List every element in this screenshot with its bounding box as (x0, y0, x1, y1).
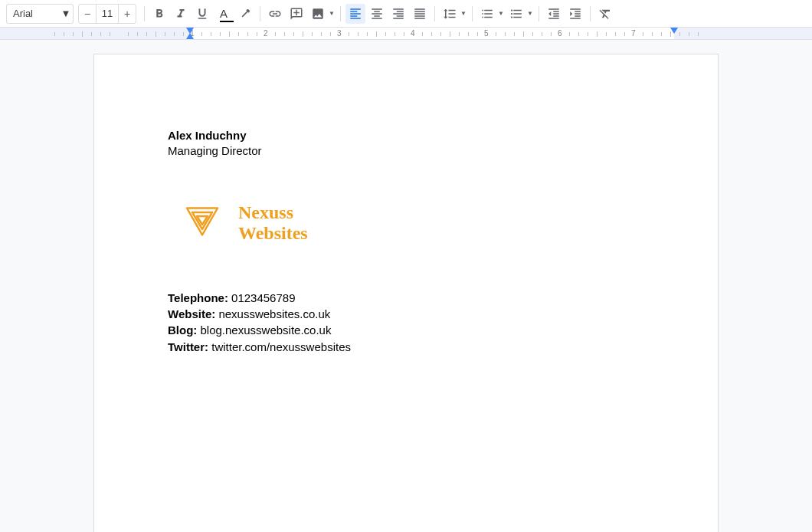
right-indent-marker[interactable] (670, 28, 678, 34)
twitter-label: Twitter: (168, 340, 208, 353)
font-name: Arial (13, 8, 33, 19)
align-center-button[interactable] (367, 4, 387, 24)
increase-font-button[interactable]: + (119, 5, 136, 23)
decrease-indent-button[interactable] (544, 4, 564, 24)
twitter-value: twitter.com/nexusswebsites (211, 340, 351, 353)
toolbar: Arial ▼ − + A ▼ ▼ ▼ ▼ (0, 0, 812, 28)
signature-name: Alex Induchny (168, 129, 247, 142)
chevron-down-icon[interactable]: ▼ (526, 10, 534, 17)
font-size-input[interactable] (96, 5, 119, 23)
document-area: Alex Induchny Managing Director Nexuss W (0, 40, 812, 532)
chevron-down-icon[interactable]: ▼ (460, 10, 467, 17)
insert-image-button[interactable] (308, 4, 328, 24)
ruler: 1234567 (0, 28, 812, 40)
separator (434, 6, 435, 21)
logo-line2: Websites (238, 223, 308, 245)
increase-indent-button[interactable] (565, 4, 585, 24)
align-left-button[interactable] (345, 4, 365, 24)
bold-button[interactable] (149, 4, 169, 24)
italic-button[interactable] (171, 4, 191, 24)
telephone-label: Telephone: (168, 291, 228, 304)
separator (144, 6, 145, 21)
highlight-button[interactable] (235, 4, 255, 24)
blog-label: Blog: (168, 323, 197, 337)
separator (472, 6, 473, 21)
separator (260, 6, 260, 21)
align-justify-button[interactable] (410, 4, 430, 24)
separator (590, 6, 591, 21)
blog-value: blog.nexusswebsite.co.uk (201, 323, 332, 337)
website-value: nexusswebsites.co.uk (218, 307, 330, 320)
align-right-button[interactable] (388, 4, 408, 24)
underline-button[interactable] (192, 4, 212, 24)
logo-block: Nexuss Websites (183, 202, 644, 245)
chevron-down-icon[interactable]: ▼ (328, 10, 336, 17)
clear-formatting-button[interactable] (595, 4, 615, 24)
chevron-down-icon: ▼ (62, 8, 70, 19)
checklist-button[interactable] (477, 4, 497, 24)
indent-marker-bottom[interactable] (186, 33, 194, 39)
line-spacing-button[interactable] (440, 4, 460, 24)
decrease-font-button[interactable]: − (79, 5, 96, 23)
separator (340, 6, 341, 21)
page-content: Alex Induchny Managing Director Nexuss W (168, 128, 644, 355)
bulleted-list-button[interactable] (506, 4, 526, 24)
insert-link-button[interactable] (265, 4, 285, 24)
insert-comment-button[interactable] (286, 4, 306, 24)
logo-text: Nexuss Websites (238, 202, 308, 245)
page[interactable]: Alex Induchny Managing Director Nexuss W (93, 54, 719, 532)
chevron-down-icon[interactable]: ▼ (497, 10, 505, 17)
svg-marker-1 (192, 212, 212, 229)
website-label: Website: (168, 307, 215, 320)
signature-title: Managing Director (168, 143, 644, 159)
font-size-group: − + (78, 4, 136, 24)
telephone-value: 0123456789 (231, 291, 295, 304)
separator (539, 6, 539, 21)
logo-line1: Nexuss (238, 202, 308, 224)
nexuss-logo-icon (183, 202, 221, 245)
font-selector[interactable]: Arial ▼ (6, 4, 74, 24)
text-color-button[interactable]: A (214, 4, 234, 24)
